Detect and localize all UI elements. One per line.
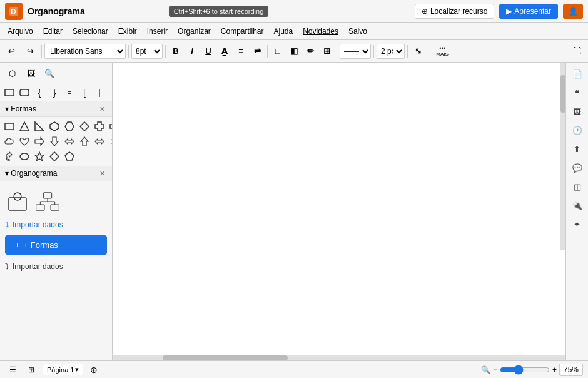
panel-search-button[interactable]: 🔍 — [41, 65, 58, 81]
shapes-grid — [0, 117, 112, 166]
zoom-slider[interactable] — [500, 365, 550, 375]
font-size-select[interactable]: 8pt — [131, 44, 163, 59]
right-scrollbar-thumb[interactable] — [560, 75, 565, 113]
menu-selecionar[interactable]: Selecionar — [68, 25, 113, 38]
quick-shape-brace-open[interactable]: { — [33, 86, 46, 100]
grid-view-button[interactable]: ⊞ — [24, 362, 39, 377]
right-page-button[interactable]: 📄 — [569, 65, 586, 83]
underline-button[interactable]: U — [201, 44, 216, 59]
add-page-button[interactable]: ⊕ — [87, 363, 101, 377]
menu-novidades[interactable]: Novidades — [298, 25, 343, 38]
svg-text:D: D — [11, 8, 16, 16]
more-button[interactable]: ••• MAIS — [431, 43, 454, 60]
shape-hexagon2[interactable] — [63, 120, 76, 133]
orgchart-close-button[interactable]: ✕ — [97, 168, 107, 178]
canvas-scrollbar-thumb[interactable] — [163, 355, 288, 360]
locate-resource-button[interactable]: ⊕ Localizar recurso — [415, 4, 494, 19]
formas-close-button[interactable]: ✕ — [97, 104, 107, 114]
right-cursor-button[interactable]: ✦ — [569, 215, 586, 233]
italic-button[interactable]: I — [185, 44, 200, 59]
redo-button[interactable]: ↪ — [21, 43, 39, 60]
quick-shape-rect[interactable] — [3, 86, 16, 100]
shape-pentagon[interactable] — [63, 150, 76, 163]
menu-editar[interactable]: Editar — [38, 25, 68, 38]
shape-triangle[interactable] — [18, 120, 31, 133]
shape-rectangle[interactable] — [3, 120, 16, 133]
orgchart-section-header[interactable]: ▾ Organograma ✕ — [0, 166, 112, 181]
right-plugin-button[interactable]: 🔌 — [569, 197, 586, 214]
shape-arrow-left-right[interactable] — [63, 135, 76, 148]
shape-cross[interactable] — [93, 120, 106, 133]
line-color-button[interactable]: ✏ — [303, 44, 318, 59]
right-layers-button[interactable]: ◫ — [569, 178, 586, 195]
present-button[interactable]: ▶ Apresentar — [499, 4, 558, 19]
shape-hexagon[interactable] — [48, 120, 61, 133]
menu-compartilhar[interactable]: Compartilhar — [216, 25, 269, 38]
add-shapes-button[interactable]: + + Formas — [5, 235, 107, 255]
line-style-select[interactable]: —— — [340, 44, 371, 59]
shape-ellipse[interactable] — [18, 150, 31, 163]
shape-arrow-down[interactable] — [48, 135, 61, 148]
formas-section-header[interactable]: ▾ Formas ✕ — [0, 101, 112, 117]
transform-button[interactable]: ⤡ — [410, 44, 425, 59]
menu-inserir[interactable]: Inserir — [142, 25, 173, 38]
shape-arrow-up[interactable] — [78, 135, 91, 148]
shape-arrow-right[interactable] — [33, 135, 46, 148]
canvas-scrollbar[interactable] — [113, 355, 565, 360]
shape-arrow-bidirectional[interactable] — [93, 135, 106, 148]
fill-button[interactable]: ◧ — [286, 44, 302, 59]
quick-shape-brace-close[interactable]: } — [48, 86, 61, 100]
shape-cloud[interactable] — [3, 135, 16, 148]
shape-star[interactable] — [33, 150, 46, 163]
panel-image-button[interactable]: 🖼 — [23, 65, 39, 81]
shape-button[interactable]: □ — [270, 44, 285, 59]
panel-shapes-button[interactable]: ⬡ — [4, 65, 20, 81]
import-data-link[interactable]: ⤵ Importar dados — [5, 219, 107, 230]
format-button[interactable]: ⊞ — [319, 44, 334, 59]
import-data-bottom[interactable]: ⤵ Importar dados — [5, 260, 107, 273]
page-selector[interactable]: Página 1 ▾ — [43, 364, 83, 375]
quick-shape-equals[interactable]: = — [63, 86, 76, 100]
shape-curved-arrow[interactable] — [3, 150, 16, 163]
right-comment-button[interactable]: 💬 — [569, 159, 586, 176]
shape-diamond2[interactable] — [48, 150, 61, 163]
line-width-select[interactable]: 2 px — [377, 44, 405, 59]
fullscreen-button[interactable]: ⛶ — [568, 43, 585, 60]
menu-arquivo[interactable]: Arquivo — [3, 25, 38, 38]
bold-button[interactable]: B — [168, 44, 183, 59]
font-color-button[interactable]: A̲ — [217, 44, 232, 59]
main-area: ⬡ 🖼 🔍 { } = [ | ▾ Formas ✕ — [0, 63, 588, 360]
quick-shape-rounded[interactable] — [18, 86, 31, 100]
right-history-button[interactable]: 🕐 — [569, 121, 586, 139]
right-image-button[interactable]: 🖼 — [569, 103, 586, 120]
shape-plus[interactable] — [108, 120, 113, 133]
right-export-button[interactable]: ⬆ — [569, 140, 586, 158]
user-button[interactable]: 👤 — [563, 4, 583, 19]
org-shape-single[interactable] — [5, 189, 30, 214]
menu-organizar[interactable]: Organizar — [173, 25, 216, 38]
shape-right-triangle[interactable] — [33, 120, 46, 133]
quick-shape-bracket-close[interactable]: | — [93, 86, 106, 100]
right-scrollbar[interactable] — [560, 63, 565, 250]
undo-button[interactable]: ↩ — [3, 43, 20, 60]
canvas-area[interactable] — [113, 63, 565, 360]
align2-button[interactable]: ⇌ — [250, 44, 265, 59]
align-button[interactable]: ≡ — [233, 44, 248, 59]
app-title: Organograma — [28, 6, 164, 16]
zoom-percentage[interactable]: 75% — [559, 364, 583, 376]
shape-heart[interactable] — [18, 135, 31, 148]
font-family-select[interactable]: Liberation Sans — [44, 44, 126, 59]
right-quote-button[interactable]: ❝ — [569, 84, 586, 101]
right-panel: 📄 ❝ 🖼 🕐 ⬆ 💬 ◫ 🔌 ✦ — [565, 63, 588, 360]
menu-salvo[interactable]: Salvo — [343, 25, 372, 38]
menu-ajuda[interactable]: Ajuda — [269, 25, 298, 38]
toolbar-separator-3 — [165, 45, 166, 58]
toolbar-separator-8 — [428, 45, 428, 58]
org-shape-hierarchy[interactable] — [35, 189, 60, 214]
menu-exibir[interactable]: Exibir — [113, 25, 142, 38]
shape-arrow-vertical[interactable] — [108, 135, 113, 148]
list-view-button[interactable]: ☰ — [5, 362, 20, 377]
shape-diamond[interactable] — [78, 120, 91, 133]
canvas[interactable] — [113, 63, 565, 360]
quick-shape-bracket-open[interactable]: [ — [78, 86, 91, 100]
